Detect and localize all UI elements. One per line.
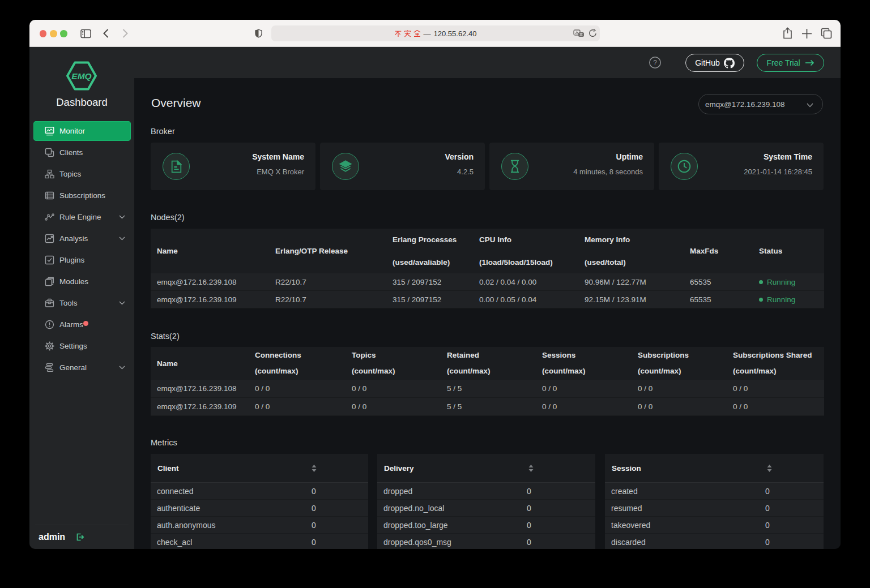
svg-text:EMQ: EMQ (71, 71, 91, 81)
svg-text:?: ? (653, 59, 657, 67)
